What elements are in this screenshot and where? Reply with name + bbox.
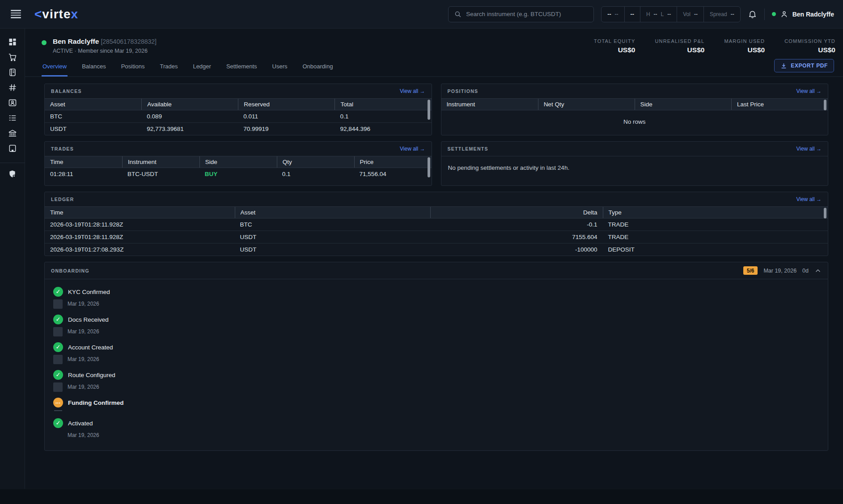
column-header-instrument[interactable]: Instrument xyxy=(441,99,538,110)
settlements-view-all-link[interactable]: View all → xyxy=(796,146,822,152)
column-header-time[interactable]: Time xyxy=(45,207,235,218)
positions-title: POSITIONS xyxy=(448,88,479,94)
tab-settlements[interactable]: Settlements xyxy=(225,58,258,76)
column-header-qty[interactable]: Qty xyxy=(277,156,354,168)
cell: BTC xyxy=(45,110,141,122)
settlements-panel: SETTLEMENTS View all → No pending settle… xyxy=(441,141,829,186)
tab-trades[interactable]: Trades xyxy=(159,58,178,76)
cell: 2026-03-19T01:27:08.293Z xyxy=(45,244,235,256)
column-header-delta[interactable]: Delta xyxy=(430,207,602,218)
hamburger-menu-button[interactable] xyxy=(9,8,23,20)
column-header-side[interactable]: Side xyxy=(199,156,277,168)
column-header-time[interactable]: Time xyxy=(45,156,122,168)
step-connector-line xyxy=(54,410,62,411)
user-icon xyxy=(780,10,788,18)
table-row[interactable]: USDT92,773.3968170.9991992,844.396 xyxy=(45,123,432,135)
check-circle-icon xyxy=(53,418,63,428)
cell: BTC-USDT xyxy=(122,168,199,180)
account-status-dot xyxy=(42,40,47,45)
ledger-panel: LEDGER View all → TimeAssetDeltaType2026… xyxy=(44,192,828,256)
search-input[interactable] xyxy=(466,11,588,17)
cell: 0.011 xyxy=(238,110,335,122)
stat-commission-ytd: COMMISSION YTDUS$0 xyxy=(784,38,835,54)
column-header-asset[interactable]: Asset xyxy=(45,99,141,110)
step-connector-square xyxy=(53,327,63,336)
scrollbar-thumb[interactable] xyxy=(428,100,430,120)
column-header-type[interactable]: Type xyxy=(603,207,828,218)
cart-icon[interactable] xyxy=(8,53,17,62)
ticker-volume: Vol -- xyxy=(677,7,703,22)
column-header-total[interactable]: Total xyxy=(335,99,431,110)
cell: USDT xyxy=(235,244,431,256)
balances-table: AssetAvailableReservedTotalBTC0.0890.011… xyxy=(45,98,432,135)
column-header-side[interactable]: Side xyxy=(635,99,731,110)
trades-view-all-link[interactable]: View all → xyxy=(400,146,425,152)
ticker-strip: -- -- -- H -- L -- Vol -- Spread xyxy=(601,6,740,22)
tab-overview[interactable]: Overview xyxy=(42,58,68,76)
cell: BTC xyxy=(235,218,431,231)
bank-icon[interactable] xyxy=(8,129,17,138)
onboarding-steps: KYC ConfirmedMar 19, 2026Docs ReceivedMa… xyxy=(45,279,828,450)
onboarding-step: ActivatedMar 19, 2026 xyxy=(53,418,819,440)
table-row[interactable]: 2026-03-19T01:28:11.928ZUSDT7155.604TRAD… xyxy=(45,231,828,244)
pending-ellipsis-icon xyxy=(53,398,63,407)
tab-users[interactable]: Users xyxy=(271,58,288,76)
column-header-net-qty[interactable]: Net Qty xyxy=(538,99,635,110)
cell: 0.089 xyxy=(141,110,238,122)
cell: 2026-03-19T01:28:11.928Z xyxy=(45,231,235,243)
export-pdf-button[interactable]: EXPORT PDF xyxy=(774,59,834,72)
security-icon[interactable] xyxy=(8,169,17,179)
balances-view-all-link[interactable]: View all → xyxy=(400,88,425,94)
step-date: Mar 19, 2026 xyxy=(68,356,99,362)
onboarding-step: Docs ReceivedMar 19, 2026 xyxy=(53,315,819,336)
column-header-available[interactable]: Available xyxy=(141,99,238,110)
cell: 70.99919 xyxy=(238,123,335,135)
table-row[interactable]: 2026-03-19T01:28:11.928ZBTC-0.1TRADE xyxy=(45,218,828,231)
check-circle-icon xyxy=(53,315,63,324)
column-header-asset[interactable]: Asset xyxy=(235,207,431,218)
scrollbar-thumb[interactable] xyxy=(824,208,826,218)
cell: TRADE xyxy=(603,218,828,231)
journal-icon[interactable] xyxy=(8,68,17,77)
stat-unrealised-p-l: UNREALISED P&LUS$0 xyxy=(655,38,704,54)
topbar-divider xyxy=(764,8,765,20)
ledger-view-all-link[interactable]: View all → xyxy=(796,196,822,202)
column-header-last-price[interactable]: Last Price xyxy=(731,99,828,110)
instrument-search xyxy=(448,6,594,22)
tab-ledger[interactable]: Ledger xyxy=(192,58,212,76)
device-icon[interactable] xyxy=(8,144,17,153)
ledger-table: TimeAssetDeltaType2026-03-19T01:28:11.92… xyxy=(45,206,828,256)
check-circle-icon xyxy=(53,287,63,297)
dashboard-icon[interactable] xyxy=(8,38,17,46)
step-date: Mar 19, 2026 xyxy=(68,432,99,438)
id-card-icon[interactable] xyxy=(8,98,17,107)
column-header-price[interactable]: Price xyxy=(354,156,432,168)
topbar: <virtex -- -- -- H -- L -- xyxy=(0,0,843,29)
table-row[interactable]: BTC0.0890.0110.1 xyxy=(45,110,432,123)
tab-balances[interactable]: Balances xyxy=(81,58,106,76)
tab-onboarding[interactable]: Onboarding xyxy=(302,58,334,76)
collapse-panel-button[interactable] xyxy=(814,267,822,274)
balances-title: BALANCES xyxy=(51,88,82,94)
hash-icon[interactable] xyxy=(8,83,17,92)
scrollbar-thumb[interactable] xyxy=(824,100,826,110)
notifications-bell-button[interactable] xyxy=(748,9,757,19)
tab-positions[interactable]: Positions xyxy=(120,58,146,76)
column-header-reserved[interactable]: Reserved xyxy=(238,99,335,110)
step-title: Route Configured xyxy=(68,372,115,378)
step-connector-square xyxy=(53,355,63,364)
ticker-last: -- -- xyxy=(602,7,624,22)
user-menu[interactable]: Ben Radclyffe xyxy=(772,10,834,18)
scrollbar-thumb[interactable] xyxy=(428,157,430,177)
table-row[interactable]: 2026-03-19T01:27:08.293ZUSDT-100000DEPOS… xyxy=(45,244,828,256)
step-title: Activated xyxy=(68,420,93,427)
positions-panel: POSITIONS View all → InstrumentNet QtySi… xyxy=(441,84,829,135)
table-row[interactable]: 01:28:11BTC-USDTBUY0.171,556.04 xyxy=(45,168,432,180)
check-circle-icon xyxy=(53,370,63,380)
column-header-instrument[interactable]: Instrument xyxy=(122,156,199,168)
list-icon[interactable] xyxy=(8,113,17,122)
onboarding-step: Route ConfiguredMar 19, 2026 xyxy=(53,370,819,392)
cell: USDT xyxy=(235,231,431,243)
cell: USDT xyxy=(45,123,141,135)
positions-view-all-link[interactable]: View all → xyxy=(796,88,822,94)
